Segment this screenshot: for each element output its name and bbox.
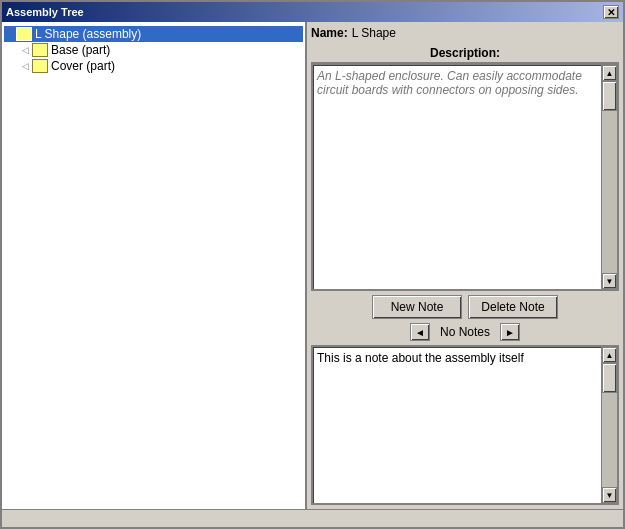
bottom-bar	[2, 509, 623, 527]
description-section: Description: ▲ ▼	[311, 44, 619, 291]
notes-scroll-up[interactable]: ▲	[602, 347, 617, 363]
description-label: Description:	[311, 44, 619, 63]
notes-textarea-container: ▲ ▼	[311, 345, 619, 505]
tree-item-label-root: L Shape (assembly)	[35, 27, 141, 41]
tree-item-root[interactable]: L Shape (assembly)	[4, 26, 303, 42]
folder-icon-root	[16, 27, 32, 41]
nav-right-button[interactable]: ►	[500, 323, 520, 341]
name-row: Name: L Shape	[311, 26, 619, 40]
right-panel: Name: L Shape Description: ▲ ▼	[307, 22, 623, 509]
delete-note-button[interactable]: Delete Note	[468, 295, 558, 319]
tree-item-cover[interactable]: ◁ Cover (part)	[20, 58, 303, 74]
nav-label: No Notes	[436, 325, 494, 339]
content-area: L Shape (assembly) ◁ Base (part) ◁ Cover…	[2, 22, 623, 509]
description-textarea-container: ▲ ▼	[311, 63, 619, 291]
notes-scroll-down[interactable]: ▼	[602, 487, 617, 503]
tree-container[interactable]: L Shape (assembly) ◁ Base (part) ◁ Cover…	[2, 22, 305, 509]
notes-buttons: New Note Delete Note	[311, 295, 619, 319]
description-scroll-thumb[interactable]	[602, 81, 617, 111]
description-scrollbar: ▲ ▼	[601, 65, 617, 289]
navigation-row: ◄ No Notes ►	[311, 323, 619, 341]
left-panel: L Shape (assembly) ◁ Base (part) ◁ Cover…	[2, 22, 307, 509]
folder-icon-base	[32, 43, 48, 57]
tree-item-base[interactable]: ◁ Base (part)	[20, 42, 303, 58]
notes-scroll-track	[602, 363, 617, 487]
notes-textarea[interactable]	[313, 347, 601, 503]
expand-icon-cover: ◁	[22, 61, 32, 71]
tree-item-label-cover: Cover (part)	[51, 59, 115, 73]
notes-scrollbar: ▲ ▼	[601, 347, 617, 503]
title-bar-text: Assembly Tree	[6, 6, 84, 18]
close-button[interactable]: ✕	[603, 5, 619, 19]
notes-scroll-thumb[interactable]	[602, 363, 617, 393]
tree-item-label-base: Base (part)	[51, 43, 110, 57]
description-scroll-track	[602, 81, 617, 273]
expand-icon-base: ◁	[22, 45, 32, 55]
new-note-button[interactable]: New Note	[372, 295, 462, 319]
name-label: Name:	[311, 26, 348, 40]
title-bar: Assembly Tree ✕	[2, 2, 623, 22]
description-scroll-up[interactable]: ▲	[602, 65, 617, 81]
description-textarea[interactable]	[313, 65, 601, 289]
nav-left-button[interactable]: ◄	[410, 323, 430, 341]
folder-icon-cover	[32, 59, 48, 73]
tree-sub-items: ◁ Base (part) ◁ Cover (part)	[4, 42, 303, 74]
name-value: L Shape	[352, 26, 396, 40]
assembly-tree-window: Assembly Tree ✕ L Shape (assembly) ◁ Bas…	[0, 0, 625, 529]
description-scroll-down[interactable]: ▼	[602, 273, 617, 289]
